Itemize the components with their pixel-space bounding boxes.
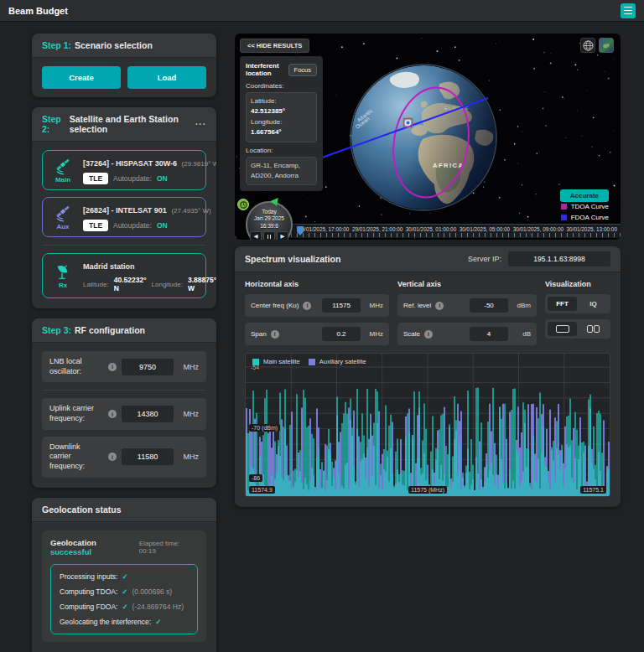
- tdoa-legend-item: TDOA Curve: [561, 203, 609, 210]
- check-computing-tdoa: Computing TDOA: ✓ (0.000696 s): [60, 587, 189, 596]
- pause-button[interactable]: [263, 231, 275, 240]
- create-button[interactable]: Create: [42, 66, 121, 89]
- clock-day: Today: [254, 209, 284, 215]
- main-satellite-name: [37264] - HISPASAT 30W-6: [83, 159, 177, 168]
- info-icon[interactable]: i: [303, 302, 311, 310]
- main-satellite-tle-badge[interactable]: TLE: [83, 173, 108, 184]
- scale-unit: dB: [512, 330, 531, 338]
- center-freq-input[interactable]: [322, 298, 361, 313]
- uplink-input[interactable]: [122, 406, 174, 422]
- geolocation-status-panel: Geolocation successful Elapsed time: 00:…: [42, 530, 206, 642]
- horizontal-axis-title: Horizontal axis: [245, 280, 389, 288]
- dual-panel-icon: [587, 325, 600, 333]
- longitude-label: Longitude:: [251, 118, 282, 126]
- single-panel-button[interactable]: [548, 322, 577, 336]
- map-label-africa: AFRICA: [433, 162, 464, 169]
- fdoa-swatch: [561, 215, 567, 220]
- realtime-clock-button[interactable]: [237, 199, 249, 210]
- step1-title: Scenario selection: [75, 40, 153, 50]
- visualization-title: Visualization: [545, 280, 610, 288]
- lnb-label: LNB local oscillator:: [49, 357, 103, 376]
- station-lat-label: Latitude:: [83, 281, 109, 288]
- aux-satellite-position: (27.4935° W): [171, 207, 210, 215]
- info-icon[interactable]: i: [271, 330, 279, 339]
- earth-station-card[interactable]: Rx Madrid station Latitude: 40.52232° N …: [42, 253, 206, 298]
- scale-row: Scale i dB: [397, 323, 537, 345]
- ref-level-input[interactable]: [470, 298, 508, 313]
- downlink-unit: MHz: [179, 453, 199, 461]
- station-lat-value: 40.52232° N: [114, 276, 147, 292]
- dual-panel-button[interactable]: [579, 322, 608, 336]
- app-title: Beam Budget: [8, 6, 68, 16]
- hamburger-icon: [624, 7, 632, 8]
- aux-satellite-card[interactable]: Aux [26824] - INTELSAT 901 (27.4935° W) …: [42, 197, 206, 237]
- longitude-value: 1.667564°: [251, 128, 282, 136]
- geolocation-title: Geolocation status: [42, 505, 122, 515]
- tab-interferent-location[interactable]: Interferent location: [246, 62, 284, 77]
- scale-input[interactable]: [470, 327, 508, 341]
- lnb-row: LNB local oscillator: i MHz: [42, 351, 206, 382]
- timeline-label: 29/01/2025, 17:00:00: [299, 226, 349, 232]
- fft-button[interactable]: FFT: [548, 297, 577, 311]
- center-freq-unit: MHz: [365, 302, 383, 309]
- tdoa-value: (0.000696 s): [132, 587, 172, 596]
- aux-satellite-name: [26824] - INTELSAT 901: [83, 206, 167, 215]
- base-layer-picker-button[interactable]: [599, 38, 614, 53]
- step2-card: Step 2: Satellite and Earth Station sele…: [32, 107, 216, 308]
- dish-antenna-icon: [54, 263, 72, 282]
- info-icon[interactable]: i: [108, 410, 117, 418]
- hide-results-button[interactable]: << HIDE RESULTS: [240, 39, 309, 53]
- step-back-button[interactable]: ◀: [250, 231, 262, 240]
- globe-3d-view[interactable]: Atlantic Ocean EUROPE AFRICA << HIDE RES…: [235, 34, 621, 240]
- info-icon[interactable]: i: [435, 302, 444, 310]
- divider: [44, 390, 205, 391]
- downlink-input[interactable]: [122, 448, 174, 465]
- geo-status-value: successful: [50, 547, 91, 556]
- step-forward-button[interactable]: ▶: [277, 231, 288, 240]
- iq-button[interactable]: IQ: [579, 297, 608, 311]
- load-button[interactable]: Load: [127, 66, 206, 89]
- station-lon-value: 3.88875° W: [188, 276, 216, 292]
- step1-card: Step 1: Scenario selection Create Load: [32, 34, 216, 97]
- station-lon-label: Longitude:: [152, 281, 183, 288]
- map-layer-icon: [601, 40, 611, 50]
- timeline[interactable]: 29/01/2025, 17:00:00 29/01/2025, 21:00:0…: [285, 224, 621, 238]
- spectrum-panel: Spectrum visualization Server IP: Horizo…: [235, 246, 621, 507]
- server-ip-label: Server IP:: [468, 255, 501, 263]
- info-icon[interactable]: i: [108, 363, 117, 371]
- main-content: Step 1: Scenario selection Create Load S…: [0, 22, 644, 652]
- lnb-unit: MHz: [179, 363, 199, 371]
- check-icon: ✓: [122, 572, 127, 581]
- main-autoupdate-label: Autoupdate:: [113, 174, 152, 183]
- info-icon[interactable]: i: [424, 330, 433, 339]
- elapsed-time: Elapsed time: 00:19: [139, 540, 198, 555]
- info-icon[interactable]: i: [108, 453, 117, 461]
- wireframe-globe-icon: [583, 40, 594, 51]
- downlink-label: Downlink carrier frequency:: [49, 442, 103, 472]
- server-ip-input[interactable]: [508, 251, 610, 266]
- projection-globe-button[interactable]: [580, 38, 595, 53]
- spectrum-plot: [246, 354, 610, 496]
- geolocation-header: Geolocation status: [32, 498, 216, 522]
- x-axis-label-center: 11575 (MHz): [408, 486, 447, 494]
- hamburger-menu-button[interactable]: [621, 3, 636, 18]
- timeline-label: 30/01/2025, 01:00:00: [406, 226, 456, 232]
- step2-overflow-menu[interactable]: ···: [195, 120, 206, 129]
- main-satellite-card[interactable]: Main [37264] - HISPASAT 30W-6 (29.9819° …: [42, 150, 206, 190]
- single-panel-icon: [556, 325, 569, 333]
- downlink-row: Downlink carrier frequency: i MHz: [42, 437, 206, 478]
- accurate-badge[interactable]: Accurate: [560, 189, 609, 202]
- check-icon: ✓: [122, 603, 127, 611]
- aux-satellite-tle-badge[interactable]: TLE: [83, 220, 108, 231]
- main-satellite-position: (29.9819° W): [182, 160, 216, 168]
- step3-header: Step 3: RF configuration: [32, 318, 216, 343]
- step2-header: Step 2: Satellite and Earth Station sele…: [32, 107, 216, 142]
- aux-satellite-swatch: [309, 359, 315, 365]
- span-unit: MHz: [365, 330, 383, 338]
- focus-button[interactable]: Focus: [288, 64, 317, 76]
- lnb-input[interactable]: [122, 359, 174, 375]
- span-input[interactable]: [322, 327, 361, 341]
- timeline-label: 30/01/2025, 09:00:00: [513, 226, 564, 232]
- timeline-label: 29/01/2025, 21:00:00: [352, 226, 402, 232]
- location-title: Location:: [246, 147, 317, 154]
